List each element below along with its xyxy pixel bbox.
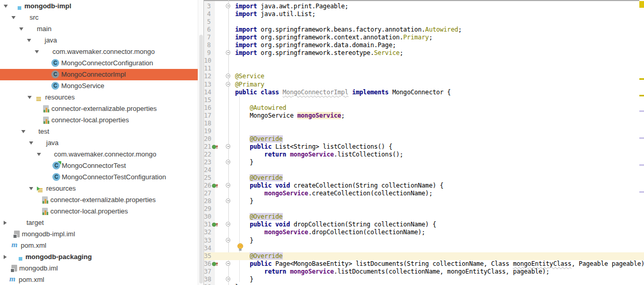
tree-item-java[interactable]: java — [0, 137, 203, 149]
tree-item-test[interactable]: test — [0, 126, 203, 137]
code-line-11[interactable]: 11 — [204, 65, 644, 73]
code-line-10[interactable]: 10 — [204, 57, 644, 65]
tree-item-mongodb-impl-iml[interactable]: mongodb-impl.iml — [0, 229, 203, 240]
code-line-29[interactable]: 29 — [204, 205, 644, 213]
code-line-15[interactable]: 15 — [204, 96, 644, 104]
code-line-34[interactable]: 34 — [204, 245, 644, 252]
tree-item-pom-xml[interactable]: mpom.xml — [0, 274, 203, 285]
overrides-method-gutter-icon[interactable] — [212, 261, 218, 268]
tree-item-resources[interactable]: resources — [0, 183, 203, 194]
code-line-12[interactable]: 12@Service — [204, 73, 644, 80]
stripe-mark[interactable] — [639, 110, 644, 112]
expand-arrow-down[interactable] — [4, 5, 8, 8]
stripe-warnings-indicator[interactable] — [639, 1, 644, 8]
tree-item-mongodb-packaging[interactable]: mongodb-packaging — [0, 251, 203, 263]
fold-end-handle[interactable] — [226, 160, 230, 164]
fold-start-handle[interactable] — [226, 261, 230, 266]
code-line-4[interactable]: 4import java.util.List; — [204, 10, 644, 18]
overrides-method-gutter-icon[interactable] — [212, 222, 218, 229]
tree-item-src[interactable]: src — [0, 12, 203, 23]
expand-arrow-down[interactable] — [37, 153, 41, 156]
tree-item-java[interactable]: java — [0, 35, 203, 46]
tree-item-mongodb-impl[interactable]: mongodb-impl — [0, 1, 203, 12]
code-line-33[interactable]: 33 } — [204, 237, 644, 245]
stripe-mark[interactable] — [639, 95, 644, 96]
overrides-method-gutter-icon[interactable] — [212, 183, 218, 190]
tree-item-mongoconnectortestconfiguration[interactable]: CMongoConnectorTestConfiguration — [0, 172, 203, 183]
fold-start-handle[interactable] — [226, 4, 230, 8]
code-line-20[interactable]: 20 @Override — [204, 135, 644, 143]
tree-item-com-wavemaker-connector-mongo[interactable]: com.wavemaker.connector.mongo — [0, 46, 203, 58]
expand-arrow-down[interactable] — [29, 141, 33, 145]
tree-item-connector-externalizable-properties[interactable]: connector-externalizable.properties — [0, 194, 203, 206]
code-line-17[interactable]: 17 MongoService mongoService; — [204, 112, 644, 120]
code-line-14[interactable]: 14public class MongoConnectorImpl implem… — [204, 89, 644, 96]
expand-arrow-down[interactable] — [29, 187, 33, 190]
stripe-mark[interactable] — [639, 137, 644, 139]
expand-arrow-down[interactable] — [11, 16, 16, 19]
code-line-13[interactable]: 13@Primary — [204, 81, 644, 89]
code-line-22[interactable]: 22 return mongoService.listCollections()… — [204, 151, 644, 159]
expand-arrow-down[interactable] — [21, 130, 25, 133]
tree-item-resources[interactable]: resources — [0, 92, 203, 103]
tree-item-com-wavemaker-connector-mongo[interactable]: com.wavemaker.connector.mongo — [0, 149, 203, 160]
overrides-method-gutter-icon[interactable] — [212, 144, 218, 151]
code-line-36[interactable]: 36 public Page<MongoBaseEntity> listDocu… — [204, 260, 644, 268]
code-line-24[interactable]: 24 — [204, 166, 644, 174]
fold-end-handle[interactable] — [226, 277, 230, 281]
code-line-32[interactable]: 32 mongoService.dropCollection(collectio… — [204, 229, 644, 236]
fold-end-handle[interactable] — [226, 238, 230, 243]
tree-item-pom-xml[interactable]: mpom.xml — [0, 240, 203, 251]
code-line-30[interactable]: 30 @Override — [204, 213, 644, 221]
tree-item-mongoservice[interactable]: CMongoService — [0, 80, 203, 92]
expand-arrow-down[interactable] — [35, 50, 39, 53]
tree-item-target[interactable]: target — [0, 217, 203, 229]
code-line-27[interactable]: 27 mongoService.createCollection(collect… — [204, 190, 644, 197]
code-line-5[interactable]: 5 — [204, 18, 644, 26]
code-line-35[interactable]: 35 @Override — [204, 252, 644, 260]
code-line-28[interactable]: 28 } — [204, 197, 644, 205]
code-line-21[interactable]: 21 public List<String> listCollections()… — [204, 143, 644, 151]
code-line-3[interactable]: 3import java.awt.print.Pageable; — [204, 3, 644, 10]
code-line-25[interactable]: 25 @Override — [204, 174, 644, 182]
tree-scrollbar-thumb[interactable] — [199, 35, 203, 283]
code-line-19[interactable]: 19 — [204, 127, 644, 135]
code-line-31[interactable]: 31 public void dropCollection(String col… — [204, 221, 644, 229]
code-line-6[interactable]: 6import org.springframework.beans.factor… — [204, 26, 644, 34]
fold-end-handle[interactable] — [226, 198, 230, 203]
fold-end-handle[interactable] — [226, 50, 230, 55]
code-line-18[interactable]: 18 — [204, 120, 644, 127]
code-line-23[interactable]: 23 } — [204, 159, 644, 166]
intention-bulb-icon[interactable] — [237, 243, 243, 253]
fold-start-handle[interactable] — [226, 183, 230, 188]
stripe-mark[interactable] — [639, 164, 644, 166]
fold-start-handle[interactable] — [226, 144, 230, 149]
tree-item-connector-externalizable-properties[interactable]: connector-externalizable.properties — [0, 103, 203, 115]
expand-arrow-down[interactable] — [27, 39, 31, 42]
stripe-mark[interactable] — [639, 191, 644, 193]
code-line-26[interactable]: 26 public void createCollection(String c… — [204, 182, 644, 190]
code-line-38[interactable]: 38 } — [204, 276, 644, 283]
fold-end-handle[interactable] — [226, 82, 230, 87]
fold-start-handle[interactable] — [226, 222, 230, 226]
code-line-8[interactable]: 8import org.springframework.data.domain.… — [204, 41, 644, 49]
stripe-mark[interactable] — [639, 78, 644, 80]
tree-item-mongoconnectorimpl[interactable]: CMongoConnectorImpl — [0, 69, 198, 80]
expand-arrow-down[interactable] — [19, 27, 23, 31]
expand-arrow-right[interactable] — [4, 221, 7, 225]
fold-start-handle[interactable] — [226, 74, 230, 78]
expand-arrow-down[interactable] — [28, 96, 32, 99]
expand-arrow-right[interactable] — [4, 255, 7, 259]
tree-item-main[interactable]: main — [0, 23, 203, 35]
code-editor[interactable]: 3import java.awt.print.Pageable;4import … — [204, 0, 644, 285]
code-line-37[interactable]: 37 return mongoService.listDocuments(col… — [204, 268, 644, 276]
tree-item-mongoconnectortest[interactable]: CMongoConnectorTest — [0, 160, 203, 172]
tree-item-connector-local-properties[interactable]: connector-local.properties — [0, 115, 203, 126]
tree-item-connector-local-properties[interactable]: connector-local.properties — [0, 206, 203, 217]
code-line-7[interactable]: 7import org.springframework.context.anno… — [204, 34, 644, 41]
code-line-9[interactable]: 9import org.springframework.stereotype.S… — [204, 49, 644, 57]
code-line-16[interactable]: 16 @Autowired — [204, 104, 644, 112]
code-text: import org.springframework.stereotype.Se… — [235, 49, 403, 57]
tree-item-mongodb-iml[interactable]: mongodb.iml — [0, 263, 203, 274]
tree-item-mongoconnectorconfiguration[interactable]: CMongoConnectorConfiguration — [0, 58, 203, 69]
